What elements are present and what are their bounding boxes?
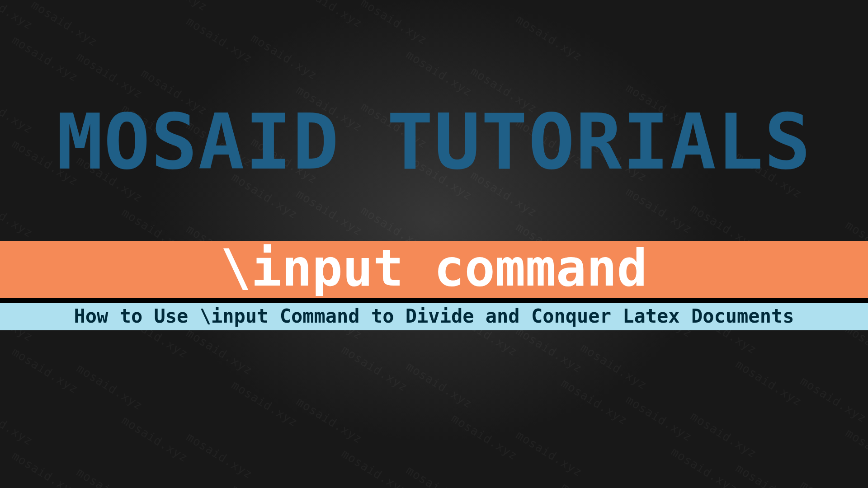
subtitle-band: How to Use \input Command to Divide and … (0, 302, 868, 330)
band-divider (0, 298, 868, 302)
slide-content: MOSAID TUTORIALS \input command How to U… (0, 0, 868, 488)
main-title: MOSAID TUTORIALS (0, 97, 868, 187)
band-group: \input command How to Use \input Command… (0, 241, 868, 330)
command-band: \input command (0, 241, 868, 298)
